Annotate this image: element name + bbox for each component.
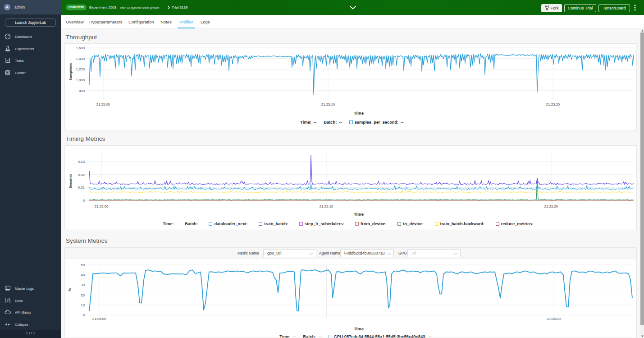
svg-text:20: 20	[81, 293, 85, 297]
svg-text:0.02: 0.02	[78, 173, 85, 177]
svg-text:0.03: 0.03	[78, 160, 85, 164]
svg-text:21:25:10: 21:25:10	[321, 102, 335, 106]
svg-text:Time: Time	[354, 212, 364, 217]
svg-text:1,000: 1,000	[76, 78, 85, 82]
svg-text:1,400: 1,400	[76, 57, 85, 61]
svg-text:%: %	[68, 288, 72, 291]
svg-text:40: 40	[81, 273, 85, 277]
svg-text:30: 30	[81, 283, 85, 287]
svg-text:0: 0	[83, 199, 85, 203]
svg-text:21:25:00: 21:25:00	[96, 102, 110, 106]
svg-text:50: 50	[81, 263, 85, 267]
svg-text:1,600: 1,600	[76, 46, 85, 50]
svg-text:800: 800	[79, 89, 85, 93]
svg-text:1,200: 1,200	[76, 67, 85, 71]
svg-text:Time: Time	[354, 111, 364, 116]
svg-text:0.01: 0.01	[78, 185, 85, 190]
svg-text:Seconds: Seconds	[69, 173, 73, 188]
svg-text:21:25:00: 21:25:00	[92, 317, 106, 321]
svg-text:21:25:20: 21:25:20	[544, 204, 558, 208]
svg-text:21:25:20: 21:25:20	[547, 317, 561, 321]
svg-text:21:25:10: 21:25:10	[320, 204, 333, 208]
svg-text:Samples/s: Samples/s	[69, 63, 73, 80]
svg-text:21:25:00: 21:25:00	[95, 204, 109, 208]
svg-text:10: 10	[81, 303, 85, 307]
svg-text:Time: Time	[354, 326, 364, 331]
svg-text:0: 0	[83, 313, 85, 317]
svg-text:21:25:20: 21:25:20	[546, 102, 560, 106]
